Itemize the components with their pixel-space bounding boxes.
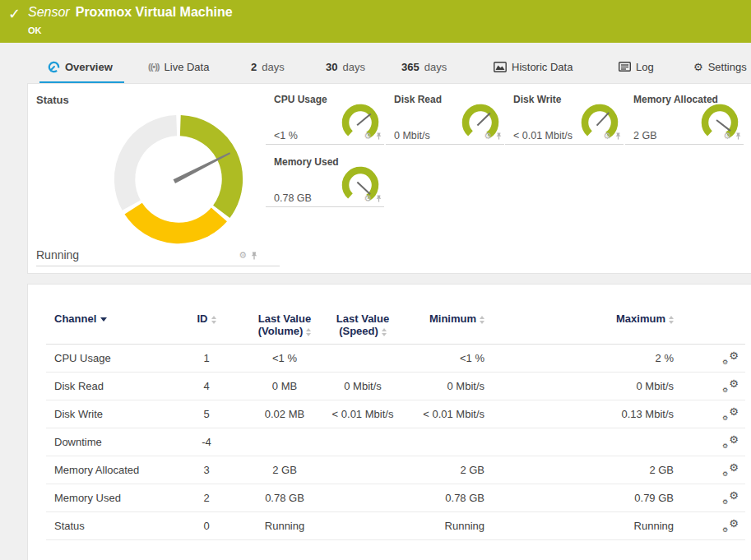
- gauge-title: Status: [36, 94, 69, 106]
- status-gauge-value: Running: [36, 248, 79, 261]
- sort-icon: [382, 328, 387, 336]
- table-row[interactable]: Downtime -4 ⚙⚙: [46, 428, 745, 456]
- gauge-needle: [597, 113, 610, 126]
- channel-settings-icon[interactable]: ⚙⚙: [722, 434, 739, 448]
- gauge-value: < 0.01 Mbit/s: [513, 130, 573, 141]
- channel-name: Memory Allocated: [46, 456, 161, 484]
- channel-name: Disk Write: [46, 400, 161, 428]
- sort-icon: [211, 316, 216, 324]
- channel-name: Downtime: [46, 428, 161, 456]
- channel-settings-icon[interactable]: ⚙⚙: [722, 518, 739, 532]
- object-kind-label: Sensor: [28, 5, 70, 19]
- channel-settings-icon[interactable]: ⚙⚙: [722, 350, 739, 364]
- tab-30-days[interactable]: 30days: [326, 54, 365, 79]
- table-row[interactable]: Disk Write 5 0.02 MB < 0.01 Mbit/s < 0.0…: [46, 400, 745, 428]
- pin-icon[interactable]: [375, 132, 382, 141]
- sensor-title: Proxmox Virtual Machine: [76, 5, 233, 19]
- pin-icon[interactable]: [495, 132, 503, 141]
- gauge-title: CPU Usage: [274, 94, 327, 105]
- pin-icon[interactable]: [250, 251, 258, 261]
- channel-name: Disk Read: [46, 373, 161, 400]
- channel-settings-icon[interactable]: ⚙⚙: [722, 378, 739, 392]
- tab-bar: Overview ((•)) Live Data 2days 30days 36…: [0, 43, 751, 82]
- gauge-tile-cpu-usage[interactable]: CPU Usage <1 % ⚙: [266, 91, 384, 145]
- sensor-status-banner: ✓ SensorProxmox Virtual Machine OK: [0, 0, 751, 43]
- column-header-last-value-volume[interactable]: Last Value(Volume): [252, 309, 318, 345]
- tab-overview[interactable]: Overview: [48, 54, 113, 79]
- gauge-title: Disk Write: [513, 94, 561, 105]
- sort-icon: [306, 328, 311, 336]
- gear-icon[interactable]: ⚙: [364, 193, 372, 204]
- sort-desc-icon: [100, 317, 107, 322]
- sensor-status-text: OK: [28, 25, 42, 35]
- table-row[interactable]: CPU Usage 1 <1 % <1 % 2 % ⚙⚙: [46, 345, 745, 373]
- gauge-title: Disk Read: [394, 94, 442, 105]
- tab-settings[interactable]: ⚙ Settings: [693, 54, 747, 79]
- log-icon: [619, 62, 631, 72]
- gear-icon[interactable]: ⚙: [364, 131, 372, 141]
- tab-live-data[interactable]: ((•)) Live Data: [148, 54, 209, 79]
- channels-table: Channel ID Last Value(Volume) Last Value…: [46, 309, 745, 540]
- column-header-id[interactable]: ID: [161, 309, 252, 345]
- table-row[interactable]: Memory Allocated 3 2 GB 2 GB 2 GB ⚙⚙: [46, 456, 745, 484]
- gauge-value: 0 Mbit/s: [394, 130, 430, 141]
- gauge-needle: [357, 113, 370, 125]
- gauge-tile-disk-read[interactable]: Disk Read 0 Mbit/s ⚙: [386, 91, 504, 145]
- channel-settings-icon[interactable]: ⚙⚙: [722, 490, 739, 504]
- gear-icon[interactable]: ⚙: [723, 131, 731, 141]
- gear-icon[interactable]: ⚙: [239, 250, 247, 261]
- pin-icon[interactable]: [375, 194, 382, 203]
- tab-log[interactable]: Log: [619, 54, 654, 79]
- column-header-actions: [674, 309, 745, 345]
- column-header-channel[interactable]: Channel: [46, 309, 161, 345]
- channel-settings-icon[interactable]: ⚙⚙: [722, 406, 739, 420]
- gauge-value: <1 %: [274, 130, 298, 141]
- gauge-needle: [716, 120, 730, 131]
- column-header-minimum[interactable]: Minimum: [408, 309, 484, 345]
- gauge-tile-memory-used[interactable]: Memory Used 0.78 GB ⚙: [266, 154, 384, 207]
- channel-name: Memory Used: [46, 484, 161, 512]
- column-header-last-value-speed[interactable]: Last Value(Speed): [318, 309, 408, 345]
- broadcast-icon: ((•)): [148, 62, 160, 72]
- gauge-tile-disk-write[interactable]: Disk Write < 0.01 Mbit/s ⚙: [505, 91, 624, 145]
- tab-historic-data[interactable]: Historic Data: [494, 54, 573, 79]
- status-gauge-tile[interactable]: Status Running ⚙: [36, 91, 280, 266]
- gauges-panel: Status Running ⚙ CPU Usage <1 % ⚙ Disk R…: [27, 83, 751, 274]
- gauge-value: 2 GB: [633, 130, 657, 141]
- sort-icon: [669, 316, 674, 324]
- sort-icon: [480, 316, 484, 324]
- gear-icon[interactable]: ⚙: [603, 131, 611, 141]
- pin-icon[interactable]: [614, 132, 622, 141]
- column-header-maximum[interactable]: Maximum: [484, 309, 674, 345]
- gauge-value: 0.78 GB: [274, 192, 312, 204]
- channel-name: CPU Usage: [46, 345, 161, 373]
- table-row[interactable]: Status 0 Running Running Running ⚙⚙: [46, 512, 745, 540]
- tab-365-days[interactable]: 365days: [401, 54, 447, 79]
- status-gauge: [110, 111, 247, 248]
- check-icon: ✓: [8, 5, 21, 22]
- gear-icon: ⚙: [693, 61, 703, 73]
- tab-2-days[interactable]: 2days: [251, 54, 285, 79]
- gauge-title: Memory Used: [274, 156, 339, 168]
- gear-icon[interactable]: ⚙: [484, 131, 492, 141]
- area-chart-icon: [494, 62, 507, 72]
- channel-name: Status: [46, 512, 161, 540]
- channels-panel: Channel ID Last Value(Volume) Last Value…: [27, 284, 751, 560]
- table-row[interactable]: Memory Used 2 0.78 GB 0.78 GB 0.79 GB ⚙⚙: [46, 484, 745, 512]
- gauge-icon: [48, 61, 60, 73]
- table-row[interactable]: Disk Read 4 0 MB 0 Mbit/s 0 Mbit/s 0 Mbi…: [46, 373, 745, 400]
- channel-settings-icon[interactable]: ⚙⚙: [722, 462, 739, 476]
- gauge-needle: [477, 113, 489, 126]
- gauge-tile-memory-allocated[interactable]: Memory Allocated 2 GB ⚙: [625, 91, 744, 145]
- pin-icon[interactable]: [735, 132, 742, 141]
